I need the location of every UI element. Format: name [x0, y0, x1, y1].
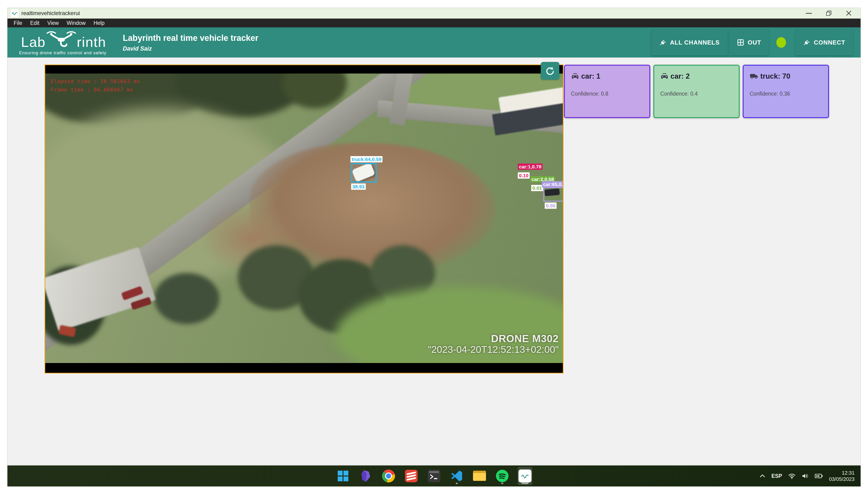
file-explorer-icon[interactable]	[472, 467, 487, 485]
minimize-icon	[806, 13, 812, 14]
system-tray: ESP 12:31 03/05/2023	[760, 465, 861, 487]
plug-icon	[660, 39, 666, 46]
out-button[interactable]: OUT	[729, 30, 769, 55]
grid-icon	[737, 39, 744, 46]
card-car-1[interactable]: car: 1 Confidence: 0.8	[564, 65, 650, 118]
plug-icon	[803, 39, 810, 46]
vehicle-tracker-app-icon[interactable]	[518, 467, 532, 485]
scene-tree-cluster	[154, 273, 219, 324]
menu-help[interactable]: Help	[89, 20, 108, 26]
detection-car2-score: 0.01	[531, 185, 543, 191]
hud-stats: Elapsed time : 26.581663 ms Frame time :…	[51, 77, 140, 94]
page-subtitle: David Saiz	[123, 45, 258, 52]
chrome-icon[interactable]	[381, 467, 396, 485]
detection-car65-label: car:65,0.4	[542, 181, 563, 187]
card-truck-70[interactable]: truck: 70 Confidence: 0.36	[743, 65, 829, 118]
labyrinth-logo: Lab rinth Ensuring drone traffic control…	[17, 30, 110, 55]
card-label: car: 2	[670, 72, 690, 81]
drone-logo-icon	[46, 30, 76, 49]
refresh-button[interactable]	[541, 62, 559, 80]
detection-truck-box	[351, 163, 377, 183]
tray-date: 03/05/2023	[829, 476, 854, 482]
battery-charging-icon[interactable]	[815, 473, 823, 479]
car-icon	[660, 72, 669, 81]
detection-truck-score: 38.93	[351, 184, 366, 190]
drone-wave-glyph	[12, 10, 18, 16]
all-channels-button[interactable]: ALL CHANNELS	[651, 30, 728, 55]
detection-car65-box	[543, 187, 563, 202]
detection-car1-score: 0.10	[518, 172, 530, 178]
menu-window[interactable]: Window	[63, 20, 89, 26]
brand-text-right: rinth	[77, 36, 106, 49]
window-titlebar: realtimevehicletrackerui	[7, 8, 861, 19]
card-confidence: Confidence: 0.4	[660, 91, 733, 97]
menu-edit[interactable]: Edit	[26, 20, 44, 26]
connect-button[interactable]: CONNECT	[795, 30, 853, 55]
taskbar-clock[interactable]: 12:31 03/05/2023	[829, 470, 854, 482]
active-window-indicator	[521, 483, 529, 484]
terminal-icon[interactable]	[427, 467, 441, 485]
timestamp-overlay: "2023-04-20T12:52:13+02:00"	[428, 344, 558, 355]
app-header: Lab rinth Ensuring drone traffic control…	[7, 28, 861, 57]
detection-car1-label: car:1,0.78	[518, 164, 542, 170]
truck-icon	[750, 72, 758, 81]
connection-status-dot	[776, 37, 786, 48]
obsidian-icon[interactable]	[358, 467, 373, 485]
video-player: Elapsed time : 26.581663 ms Frame time :…	[45, 65, 564, 373]
speaker-icon[interactable]	[802, 473, 808, 479]
todoist-icon[interactable]	[404, 467, 419, 485]
taskbar: ESP 12:31 03/05/2023	[7, 465, 861, 487]
taskbar-icons	[336, 465, 532, 487]
main-content: Elapsed time : 26.581663 ms Frame time :…	[7, 57, 861, 465]
app-icon	[11, 9, 19, 17]
minimize-button[interactable]	[799, 8, 819, 19]
brand-tagline: Ensuring drone traffic control and safet…	[17, 50, 106, 55]
app-window: realtimevehicletrackerui File Edit View …	[7, 8, 861, 487]
window-controls	[799, 8, 859, 19]
connect-label: CONNECT	[814, 39, 845, 46]
windows-start-icon[interactable]	[336, 467, 350, 485]
letterbox-top	[45, 65, 563, 73]
close-icon	[846, 11, 852, 16]
car-icon	[571, 72, 579, 81]
tray-time: 12:31	[829, 470, 854, 476]
card-confidence: Confidence: 0.8	[571, 91, 643, 97]
card-label: car: 1	[581, 72, 600, 81]
detection-car65-score: 0.00	[545, 203, 556, 209]
vscode-icon[interactable]	[449, 467, 464, 485]
menu-view[interactable]: View	[44, 20, 63, 26]
header-actions: ALL CHANNELS OUT CONNECT	[648, 28, 854, 57]
desktop: realtimevehicletrackerui File Edit View …	[0, 0, 868, 495]
menu-file[interactable]: File	[10, 20, 26, 26]
letterbox-bottom	[45, 363, 563, 373]
drone-id-overlay: DRONE M302	[491, 333, 558, 344]
restore-button[interactable]	[819, 8, 839, 19]
card-car-2[interactable]: car: 2 Confidence: 0.4	[653, 65, 740, 118]
aerial-scene: Elapsed time : 26.581663 ms Frame time :…	[45, 73, 563, 363]
page-title: Labyrinth real time vehicle tracker	[123, 33, 258, 43]
refresh-icon	[545, 66, 555, 76]
spotify-icon[interactable]	[495, 467, 510, 485]
brand-text-left: Lab	[21, 36, 46, 49]
running-indicator	[501, 483, 503, 484]
out-label: OUT	[748, 39, 761, 46]
language-indicator[interactable]: ESP	[771, 473, 782, 479]
wifi-icon[interactable]	[788, 473, 796, 479]
all-channels-label: ALL CHANNELS	[670, 39, 720, 46]
running-indicator	[456, 483, 458, 484]
card-confidence: Confidence: 0.36	[750, 91, 822, 97]
hud-elapsed-time: Elapsed time : 26.581663 ms	[51, 77, 140, 86]
header-titles: Labyrinth real time vehicle tracker Davi…	[123, 33, 258, 52]
window-title: realtimevehicletrackerui	[21, 10, 80, 16]
tray-chevron-up-icon[interactable]	[760, 474, 765, 478]
close-button[interactable]	[839, 8, 859, 19]
menu-bar: File Edit View Window Help	[7, 19, 861, 28]
hud-frame-time: Frame time : 66.666667 ms	[51, 86, 140, 94]
detection-truck-label: truck:64,0.59	[350, 156, 383, 163]
detection-cards: car: 1 Confidence: 0.8 car: 2 Confidence…	[564, 65, 829, 118]
card-label: truck: 70	[760, 72, 790, 81]
restore-icon	[826, 11, 831, 16]
